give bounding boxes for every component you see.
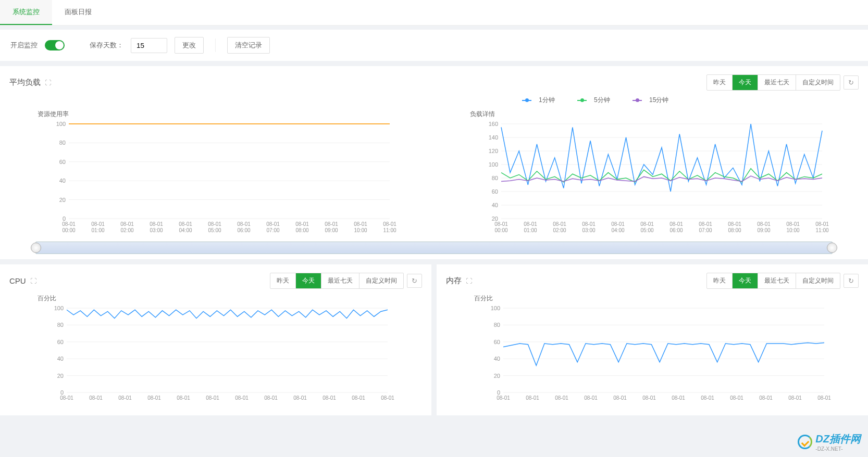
mem-percent-label: 百分比 (474, 294, 859, 303)
svg-text:08-01: 08-01 (295, 221, 309, 227)
load-range-buttons: 昨天 今天 最近七天 自定义时间 (706, 74, 840, 91)
range-yesterday[interactable]: 昨天 (707, 75, 732, 90)
svg-text:08-01: 08-01 (555, 395, 568, 401)
svg-text:08-01: 08-01 (323, 395, 336, 401)
svg-text:09:00: 09:00 (325, 227, 338, 233)
range-today[interactable]: 今天 (732, 273, 758, 288)
range-week[interactable]: 最近七天 (321, 273, 359, 288)
svg-text:100: 100 (491, 306, 500, 311)
svg-text:08-01: 08-01 (354, 221, 367, 227)
range-week[interactable]: 最近七天 (758, 75, 796, 90)
svg-text:08-01: 08-01 (147, 395, 161, 401)
panel-cpu: CPU ⛶ 昨天 今天 最近七天 自定义时间 ↻ 百分比 02040608010… (0, 264, 431, 415)
svg-text:06:00: 06:00 (669, 227, 683, 233)
svg-text:08-01: 08-01 (642, 395, 656, 401)
svg-text:100: 100 (489, 161, 498, 168)
retention-days-input[interactable] (131, 38, 167, 53)
svg-text:08-01: 08-01 (584, 395, 598, 401)
svg-text:40: 40 (57, 356, 64, 362)
svg-text:08-01: 08-01 (526, 395, 539, 401)
svg-text:05:00: 05:00 (208, 227, 221, 233)
range-yesterday[interactable]: 昨天 (707, 273, 732, 288)
slider-handle-left[interactable] (31, 243, 41, 253)
load-legend: x 1分钟 5分钟 15分钟 (9, 96, 859, 105)
svg-text:08-01: 08-01 (788, 395, 802, 401)
svg-text:80: 80 (494, 322, 500, 328)
svg-text:60: 60 (57, 339, 64, 345)
change-button[interactable]: 更改 (175, 37, 204, 54)
refresh-icon[interactable]: ↻ (844, 274, 859, 288)
clear-records-button[interactable]: 清空记录 (227, 37, 270, 54)
svg-text:10:00: 10:00 (786, 227, 799, 233)
svg-text:08-01: 08-01 (553, 221, 566, 227)
svg-text:20: 20 (59, 197, 66, 203)
chart-load-detail: 2040608010012014016008-0100:0008-0101:00… (442, 122, 859, 236)
svg-text:08-01: 08-01 (669, 221, 683, 227)
svg-text:08-01: 08-01 (672, 395, 685, 401)
expand-icon[interactable]: ⛶ (45, 79, 51, 86)
range-custom[interactable]: 自定义时间 (796, 273, 840, 288)
svg-text:08-01: 08-01 (208, 221, 221, 227)
svg-text:100: 100 (54, 306, 64, 311)
range-yesterday[interactable]: 昨天 (270, 273, 295, 288)
retention-days-label: 保存天数： (90, 41, 123, 50)
svg-text:11:00: 11:00 (815, 227, 828, 233)
svg-text:08-01: 08-01 (150, 221, 163, 227)
nav-tabs: 系统监控 面板日报 (0, 0, 868, 26)
chart-resource-usage: 02040608010008-0100:0008-0101:0008-0102:… (9, 122, 426, 236)
range-today[interactable]: 今天 (295, 273, 321, 288)
svg-text:08-01: 08-01 (235, 395, 249, 401)
svg-text:04:00: 04:00 (179, 227, 192, 233)
tab-system-monitor[interactable]: 系统监控 (0, 0, 52, 25)
svg-text:08-01: 08-01 (582, 221, 596, 227)
svg-text:08-01: 08-01 (62, 221, 76, 227)
refresh-icon[interactable]: ↻ (844, 75, 859, 90)
tab-panel-report[interactable]: 面板日报 (52, 0, 104, 25)
svg-text:08-01: 08-01 (757, 221, 771, 227)
svg-text:60: 60 (59, 159, 66, 165)
svg-text:08-01: 08-01 (179, 221, 192, 227)
svg-text:80: 80 (57, 322, 64, 328)
svg-text:08-01: 08-01 (613, 395, 627, 401)
svg-text:08-01: 08-01 (728, 221, 741, 227)
svg-text:08-01: 08-01 (786, 221, 800, 227)
svg-text:40: 40 (59, 177, 66, 184)
chart-memory: 02040608010008-0108-0108-0108-0108-0108-… (446, 306, 859, 410)
refresh-icon[interactable]: ↻ (407, 274, 422, 288)
expand-icon[interactable]: ⛶ (466, 277, 472, 285)
range-custom[interactable]: 自定义时间 (796, 75, 840, 90)
svg-text:11:00: 11:00 (383, 227, 396, 233)
range-week[interactable]: 最近七天 (758, 273, 796, 288)
svg-text:08-01: 08-01 (640, 221, 654, 227)
svg-text:08-01: 08-01 (494, 221, 508, 227)
svg-text:120: 120 (489, 148, 498, 154)
svg-text:08-01: 08-01 (118, 395, 132, 401)
panel-load-title: 平均负载 ⛶ (9, 78, 51, 87)
svg-text:09:00: 09:00 (757, 227, 770, 233)
svg-text:08-01: 08-01 (264, 395, 278, 401)
svg-text:08-01: 08-01 (325, 221, 338, 227)
svg-text:08-01: 08-01 (699, 221, 712, 227)
svg-text:08-01: 08-01 (352, 395, 365, 401)
svg-text:08-01: 08-01 (293, 395, 307, 401)
enable-monitor-switch[interactable] (45, 40, 65, 50)
range-custom[interactable]: 自定义时间 (359, 273, 403, 288)
svg-text:02:00: 02:00 (553, 227, 566, 233)
expand-icon[interactable]: ⛶ (30, 277, 36, 285)
svg-text:140: 140 (489, 134, 498, 141)
svg-text:60: 60 (494, 339, 500, 345)
svg-text:08-01: 08-01 (815, 221, 829, 227)
range-today[interactable]: 今天 (732, 75, 758, 90)
svg-text:08-01: 08-01 (89, 395, 103, 401)
svg-text:08-01: 08-01 (266, 221, 280, 227)
mem-range-buttons: 昨天 今天 最近七天 自定义时间 (706, 273, 840, 289)
time-slider[interactable] (35, 242, 833, 254)
svg-text:08-01: 08-01 (497, 395, 510, 401)
svg-text:08-01: 08-01 (120, 221, 134, 227)
svg-text:04:00: 04:00 (611, 227, 624, 233)
svg-text:08-01: 08-01 (237, 221, 251, 227)
svg-text:07:00: 07:00 (699, 227, 712, 233)
cpu-percent-label: 百分比 (38, 294, 422, 303)
slider-handle-right[interactable] (827, 243, 837, 253)
svg-text:08-01: 08-01 (817, 395, 831, 401)
